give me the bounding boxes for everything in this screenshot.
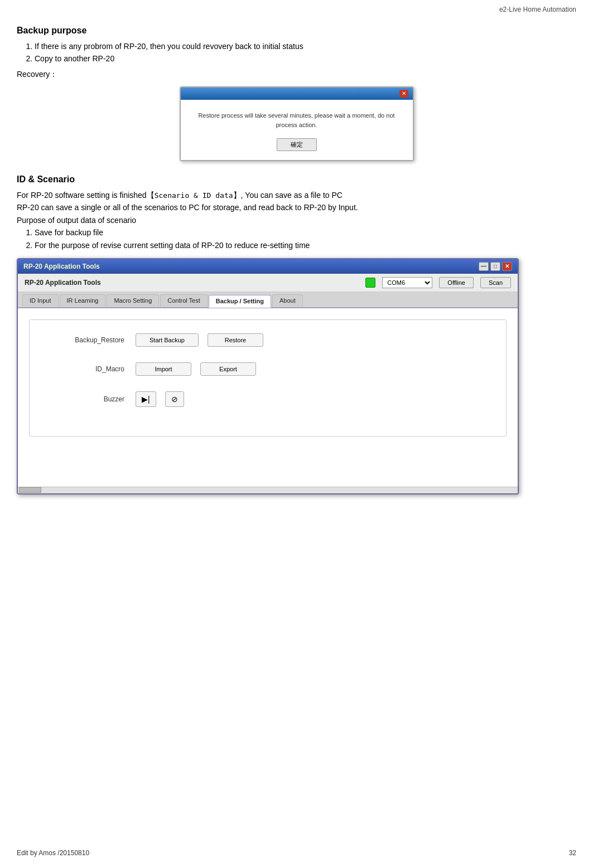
edit-info: Edit by Amos /20150810: [17, 849, 89, 857]
app-window-title: RP-20 Application Tools: [23, 263, 100, 270]
app-content: Backup_Restore Start Backup Restore ID_M…: [18, 308, 518, 487]
id-macro-row: ID_Macro Import Export: [46, 362, 489, 376]
id-scenario-title: ID & Scenario: [17, 172, 576, 187]
brand-label: e2-Live Home Automation: [17, 6, 576, 13]
dialog-message: Restore process will take several minute…: [190, 111, 404, 130]
scrollbar-area: [18, 487, 518, 493]
buzzer-stop-button[interactable]: ⊘: [165, 391, 184, 407]
toolbar-app-label: RP-20 Application Tools: [25, 279, 359, 287]
buzzer-label: Buzzer: [46, 395, 136, 403]
restore-button[interactable]: Restore: [208, 333, 263, 347]
footer: Edit by Amos /20150810 32: [17, 849, 576, 857]
dialog-body: Restore process will take several minute…: [181, 100, 413, 160]
tab-id-input[interactable]: ID Input: [22, 294, 59, 307]
minimize-button[interactable]: —: [479, 262, 489, 271]
buzzer-controls: ▶| ⊘: [136, 391, 184, 407]
id-macro-label: ID_Macro: [46, 365, 136, 373]
tab-control-test[interactable]: Control Test: [160, 294, 208, 307]
app-window: RP-20 Application Tools — □ ✕ RP-20 Appl…: [17, 258, 519, 494]
backup-restore-row: Backup_Restore Start Backup Restore: [46, 333, 489, 347]
offline-button[interactable]: Offline: [439, 277, 474, 288]
tab-backup-setting[interactable]: Backup / Setting: [209, 295, 271, 308]
id-scenario-para2: RP-20 can save a single or all of the sc…: [17, 201, 576, 214]
backup-item-2: Copy to another RP-20: [35, 52, 576, 65]
id-scenario-para3: Purpose of output data of scenario: [17, 214, 576, 226]
start-backup-button[interactable]: Start Backup: [136, 333, 199, 347]
close-button[interactable]: ✕: [502, 262, 512, 271]
id-scenario-code: Scenario & ID data: [155, 191, 233, 200]
import-button[interactable]: Import: [136, 362, 191, 376]
dialog-titlebar: ✕: [181, 88, 413, 100]
backup-title: Backup purpose: [17, 23, 576, 38]
backup-restore-controls: Start Backup Restore: [136, 333, 263, 347]
tabs-row: ID Input IR Learning Macro Setting Contr…: [18, 292, 518, 308]
recovery-label: Recovery：: [17, 68, 576, 80]
content-box: Backup_Restore Start Backup Restore ID_M…: [29, 319, 507, 437]
export-button[interactable]: Export: [200, 362, 256, 376]
restore-dialog: ✕ Restore process will take several minu…: [180, 86, 414, 161]
app-toolbar: RP-20 Application Tools COM6 Offline Sca…: [18, 274, 518, 292]
tab-about[interactable]: About: [272, 294, 303, 307]
buzzer-row: Buzzer ▶| ⊘: [46, 391, 489, 407]
tab-macro-setting[interactable]: Macro Setting: [107, 294, 159, 307]
backup-restore-label: Backup_Restore: [46, 336, 136, 344]
scrollbar-thumb[interactable]: [19, 487, 41, 493]
dialog-ok-button[interactable]: 確定: [277, 138, 317, 151]
id-scenario-item-2: For the purpose of revise current settin…: [35, 239, 576, 251]
app-titlebar: RP-20 Application Tools — □ ✕: [18, 259, 518, 274]
id-macro-controls: Import Export: [136, 362, 256, 376]
page-number: 32: [569, 849, 576, 857]
id-scenario-para1: For RP-20 software setting is finished【S…: [17, 189, 576, 202]
backup-section: Backup purpose If there is any probrom o…: [17, 23, 576, 81]
backup-item-1: If there is any probrom of RP-20, then y…: [35, 40, 576, 52]
maximize-button[interactable]: □: [490, 262, 500, 271]
connection-indicator: [365, 278, 375, 288]
buzzer-play-button[interactable]: ▶|: [136, 391, 156, 407]
tab-ir-learning[interactable]: IR Learning: [60, 294, 106, 307]
com-port-select[interactable]: COM6: [382, 277, 432, 288]
id-scenario-item-1: Save for backup file: [35, 226, 576, 239]
dialog-close-button[interactable]: ✕: [399, 90, 408, 98]
id-scenario-section: ID & Scenario For RP-20 software setting…: [17, 172, 576, 251]
scan-button[interactable]: Scan: [480, 277, 511, 288]
titlebar-buttons: — □ ✕: [479, 262, 512, 271]
